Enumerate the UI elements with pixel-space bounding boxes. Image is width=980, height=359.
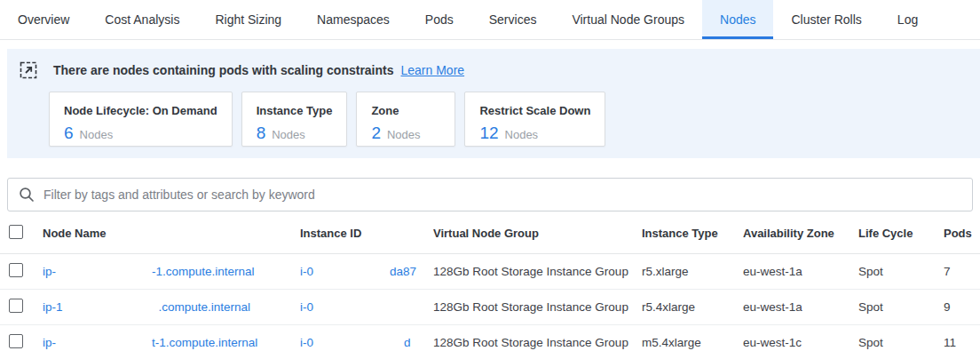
tab-virtual-node-groups[interactable]: Virtual Node Groups bbox=[554, 0, 702, 39]
instance-type-cell: r5.xlarge bbox=[642, 265, 743, 278]
availability-zone-cell: eu-west-1a bbox=[743, 265, 858, 278]
scaling-constraint-icon bbox=[20, 61, 37, 79]
select-all-checkbox[interactable] bbox=[9, 225, 23, 239]
nodes-table: Node Name Instance ID Virtual Node Group… bbox=[0, 213, 980, 359]
scaling-constraints-banner: There are nodes containing pods with sca… bbox=[7, 49, 980, 158]
tab-right-sizing[interactable]: Right Sizing bbox=[197, 0, 299, 39]
col-virtual-node-group: Virtual Node Group bbox=[433, 227, 642, 240]
cluster-tabbar: Overview Cost Analysis Right Sizing Name… bbox=[0, 0, 980, 40]
row-checkbox[interactable] bbox=[9, 263, 23, 277]
table-row[interactable]: ip--1.compute.internal i-0da87 128Gb Roo… bbox=[0, 254, 980, 290]
tab-nodes[interactable]: Nodes bbox=[702, 0, 773, 39]
banner-message: There are nodes containing pods with sca… bbox=[53, 63, 394, 77]
life-cycle-cell: Spot bbox=[858, 300, 944, 314]
node-name-link[interactable]: ip-1.compute.internal bbox=[43, 300, 300, 314]
instance-type-cell: r5.4xlarge bbox=[642, 300, 743, 314]
availability-zone-cell: eu-west-1a bbox=[743, 300, 858, 314]
card-title: Restrict Scale Down bbox=[479, 104, 590, 117]
card-restrict-scale-down[interactable]: Restrict Scale Down 12 Nodes bbox=[464, 92, 605, 147]
col-instance-type: Instance Type bbox=[642, 227, 743, 240]
card-unit: Nodes bbox=[272, 128, 305, 141]
card-unit: Nodes bbox=[80, 128, 114, 141]
pods-cell: 7 bbox=[944, 265, 980, 278]
filter-search-box[interactable] bbox=[7, 178, 973, 211]
pods-cell: 11 bbox=[944, 336, 980, 349]
constraint-cards: Node Lifecycle: On Demand 6 Nodes Instan… bbox=[49, 92, 966, 147]
card-count: 2 bbox=[371, 124, 381, 143]
virtual-node-group-cell: 128Gb Root Storage Instance Group bbox=[433, 336, 642, 349]
card-unit: Nodes bbox=[505, 128, 539, 141]
card-count: 8 bbox=[257, 124, 266, 143]
card-title: Instance Type bbox=[257, 104, 333, 117]
instance-type-cell: m5.4xlarge bbox=[642, 336, 743, 349]
tab-overview[interactable]: Overview bbox=[0, 0, 87, 39]
card-zone[interactable]: Zone 2 Nodes bbox=[356, 92, 455, 147]
search-icon bbox=[19, 187, 35, 203]
table-row[interactable]: ip-1.compute.internal i-0 128Gb Root Sto… bbox=[0, 290, 980, 325]
row-checkbox[interactable] bbox=[9, 334, 23, 348]
instance-id-link[interactable]: i-0da87 bbox=[300, 265, 433, 278]
node-name-link[interactable]: ip-t-1.compute.internal bbox=[43, 336, 300, 349]
node-name-link[interactable]: ip--1.compute.internal bbox=[43, 265, 300, 278]
card-unit: Nodes bbox=[387, 128, 421, 141]
col-availability-zone: Availability Zone bbox=[743, 227, 858, 240]
life-cycle-cell: Spot bbox=[858, 265, 944, 278]
life-cycle-cell: Spot bbox=[858, 336, 944, 349]
virtual-node-group-cell: 128Gb Root Storage Instance Group bbox=[433, 265, 642, 278]
card-title: Node Lifecycle: On Demand bbox=[64, 104, 217, 117]
col-instance-id: Instance ID bbox=[300, 227, 433, 240]
pods-cell: 9 bbox=[944, 300, 980, 314]
tab-namespaces[interactable]: Namespaces bbox=[299, 0, 407, 39]
row-checkbox[interactable] bbox=[9, 299, 23, 313]
tab-cluster-rolls[interactable]: Cluster Rolls bbox=[773, 0, 879, 39]
card-count: 12 bbox=[479, 124, 498, 143]
table-row[interactable]: ip-t-1.compute.internal i-0d 128Gb Root … bbox=[0, 325, 980, 359]
col-life-cycle: Life Cycle bbox=[858, 227, 944, 240]
tab-log[interactable]: Log bbox=[880, 0, 936, 39]
card-title: Zone bbox=[371, 104, 440, 117]
instance-id-link[interactable]: i-0 bbox=[300, 300, 433, 314]
card-node-lifecycle-on-demand[interactable]: Node Lifecycle: On Demand 6 Nodes bbox=[49, 92, 233, 147]
tab-services[interactable]: Services bbox=[471, 0, 555, 39]
instance-id-link[interactable]: i-0d bbox=[300, 336, 433, 349]
card-instance-type[interactable]: Instance Type 8 Nodes bbox=[241, 92, 348, 147]
availability-zone-cell: eu-west-1c bbox=[743, 336, 858, 349]
learn-more-link[interactable]: Learn More bbox=[401, 63, 465, 77]
col-pods: Pods bbox=[944, 227, 980, 240]
card-count: 6 bbox=[64, 124, 74, 143]
col-node-name: Node Name bbox=[43, 227, 300, 240]
search-input[interactable] bbox=[43, 187, 961, 202]
tab-cost-analysis[interactable]: Cost Analysis bbox=[87, 0, 197, 39]
table-header-row: Node Name Instance ID Virtual Node Group… bbox=[0, 213, 980, 254]
tab-pods[interactable]: Pods bbox=[407, 0, 471, 39]
virtual-node-group-cell: 128Gb Root Storage Instance Group bbox=[433, 300, 642, 314]
